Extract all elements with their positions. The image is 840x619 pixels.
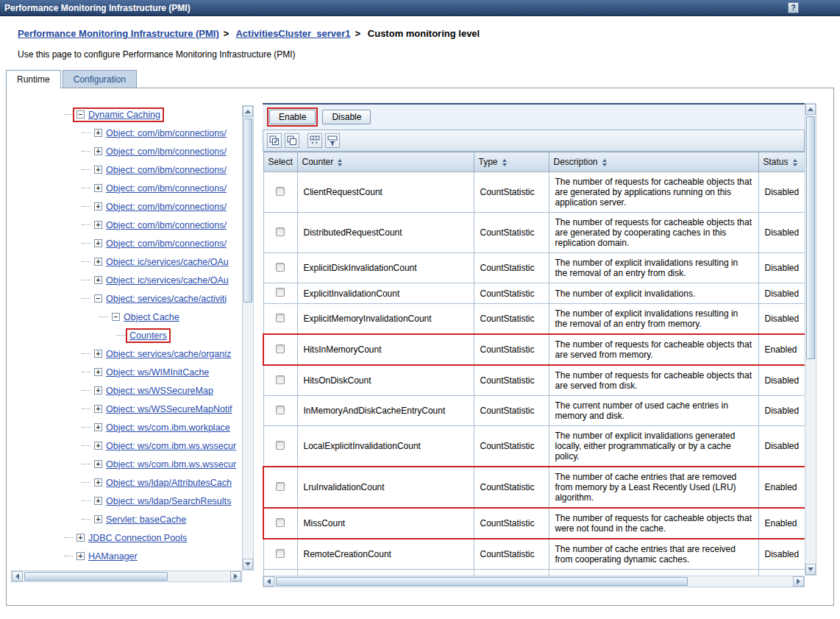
tree-expander-icon[interactable] bbox=[94, 294, 102, 303]
scroll-right-button[interactable] bbox=[230, 571, 241, 581]
breadcrumb-link[interactable]: Custom monitoring level bbox=[368, 28, 480, 39]
tree-expander-icon[interactable] bbox=[76, 534, 85, 542]
tree-expander-icon[interactable] bbox=[94, 166, 102, 174]
scroll-right-button[interactable] bbox=[793, 576, 804, 587]
tree-item-link[interactable]: JDBC Connection Pools bbox=[88, 533, 187, 543]
sort-icon[interactable] bbox=[502, 159, 507, 166]
tree-expander-icon[interactable] bbox=[94, 129, 102, 137]
tree-expander-icon[interactable] bbox=[94, 239, 102, 247]
column-header[interactable]: Description bbox=[549, 152, 758, 172]
tree-item-link[interactable]: HAManager bbox=[88, 551, 138, 562]
row-checkbox[interactable] bbox=[276, 227, 285, 236]
row-checkbox[interactable] bbox=[276, 263, 285, 272]
tab[interactable]: Configuration bbox=[63, 70, 137, 88]
tree-item-link[interactable]: Object: com/ibm/connections/ bbox=[106, 128, 227, 138]
tree-item-link[interactable]: Counters bbox=[129, 330, 167, 341]
tree-item-link[interactable]: Object: ws/com.ibm.ws.wssecur bbox=[106, 459, 236, 470]
scrollbar-thumb[interactable] bbox=[243, 119, 252, 303]
tree-item-link[interactable]: Object: com/ibm/connections/ bbox=[106, 183, 227, 194]
tree-expander-icon[interactable] bbox=[94, 202, 102, 211]
tree-expander-icon[interactable] bbox=[94, 423, 102, 431]
column-header[interactable]: Status bbox=[758, 152, 805, 172]
scroll-up-button[interactable] bbox=[243, 106, 253, 117]
tree-item-link[interactable]: Object: services/cache/activiti bbox=[106, 294, 227, 304]
scrollbar-thumb[interactable] bbox=[24, 572, 168, 581]
tree-item-link[interactable]: Object: ws/com.ibm.ws.wssecur bbox=[106, 441, 236, 451]
tree-item-link[interactable]: Dynamic Caching bbox=[88, 110, 160, 120]
scroll-down-button[interactable] bbox=[805, 564, 816, 575]
sort-icon[interactable] bbox=[338, 159, 342, 166]
enable-button[interactable]: Enable bbox=[269, 110, 316, 124]
scroll-down-button[interactable] bbox=[243, 559, 253, 570]
row-checkbox[interactable] bbox=[276, 375, 285, 384]
scroll-left-button[interactable] bbox=[263, 576, 274, 587]
counter-row: ExplicitDiskInvalidationCount CountStati… bbox=[263, 253, 805, 283]
tree-expander-icon[interactable] bbox=[94, 405, 102, 413]
tree-item-link[interactable]: Object: ic/services/cache/OAu bbox=[106, 257, 229, 267]
row-checkbox[interactable] bbox=[276, 344, 285, 353]
tree-item-link[interactable]: Object: services/cache/organiz bbox=[106, 349, 231, 359]
tree-expander-icon[interactable] bbox=[94, 184, 102, 192]
tree-item-link[interactable]: Object: ws/com.ibm.workplace bbox=[106, 422, 230, 433]
tree-item-link[interactable]: Object: ws/WIMInitCache bbox=[106, 367, 209, 378]
row-checkbox[interactable] bbox=[276, 549, 285, 558]
sort-icon[interactable] bbox=[602, 159, 607, 166]
row-checkbox[interactable] bbox=[276, 406, 285, 414]
column-header[interactable]: Counter bbox=[297, 152, 474, 172]
tree-item-link[interactable]: Object: ic/services/cache/OAu bbox=[106, 275, 229, 286]
table-vertical-scrollbar[interactable] bbox=[805, 103, 816, 576]
tree-item-link[interactable]: Object: ws/WSSecureMap bbox=[106, 386, 213, 396]
row-checkbox[interactable] bbox=[276, 187, 285, 196]
tree-expander-icon[interactable] bbox=[94, 386, 102, 395]
tree-expander-icon[interactable] bbox=[94, 368, 102, 376]
sort-icon[interactable] bbox=[793, 159, 797, 166]
tree-expander-icon[interactable] bbox=[94, 442, 102, 450]
deselect-all-icon[interactable] bbox=[285, 133, 299, 148]
tree-expander-icon[interactable] bbox=[94, 497, 102, 505]
tree-item-link[interactable]: Object: com/ibm/connections/ bbox=[106, 165, 227, 175]
row-checkbox[interactable] bbox=[276, 288, 285, 297]
tree-expander-icon[interactable] bbox=[94, 350, 102, 358]
disable-button[interactable]: Disable bbox=[322, 110, 371, 124]
tree-item-link[interactable]: Object: ws/ldap/SearchResults bbox=[106, 496, 231, 506]
arrow-down-icon bbox=[245, 562, 251, 566]
select-all-icon[interactable] bbox=[267, 133, 282, 148]
scroll-up-button[interactable] bbox=[805, 104, 816, 115]
tree-item-link[interactable]: Servlet: baseCache bbox=[106, 514, 186, 525]
tree-expander-icon[interactable] bbox=[76, 552, 85, 560]
row-checkbox[interactable] bbox=[276, 314, 285, 322]
row-checkbox[interactable] bbox=[276, 482, 285, 491]
tree-expander-icon[interactable] bbox=[94, 147, 102, 155]
tree-item-link[interactable]: Object: com/ibm/connections/ bbox=[106, 238, 227, 249]
tree-expander-icon[interactable] bbox=[94, 478, 102, 487]
tree-item-link[interactable]: Object: com/ibm/connections/ bbox=[106, 202, 227, 212]
tree-vertical-scrollbar[interactable] bbox=[242, 105, 254, 570]
table-horizontal-scrollbar[interactable] bbox=[263, 576, 805, 587]
scrollbar-thumb[interactable] bbox=[806, 116, 815, 359]
help-icon[interactable]: ? bbox=[788, 2, 799, 13]
column-header[interactable]: Select bbox=[263, 152, 297, 172]
show-filter-icon[interactable] bbox=[307, 133, 322, 148]
tree-expander-icon[interactable] bbox=[94, 460, 102, 468]
tree-expander-icon[interactable] bbox=[94, 258, 102, 266]
tree-item-link[interactable]: Object Cache bbox=[124, 312, 179, 322]
column-header[interactable]: Type bbox=[474, 152, 549, 172]
scroll-left-button[interactable] bbox=[12, 571, 23, 581]
tree-item-link[interactable]: Object: ws/ldap/AttributesCach bbox=[106, 478, 232, 488]
row-checkbox[interactable] bbox=[276, 518, 285, 527]
tree-expander-icon[interactable] bbox=[94, 276, 102, 284]
tree-expander-icon[interactable] bbox=[112, 313, 120, 321]
tree-item-link[interactable]: Object: com/ibm/connections/ bbox=[106, 220, 227, 230]
clear-filter-icon[interactable] bbox=[325, 133, 340, 148]
tree-expander-icon[interactable] bbox=[76, 110, 85, 119]
tree-item-link[interactable]: Object: ws/WSSecureMapNotif bbox=[106, 404, 232, 414]
tree-item-link[interactable]: Object: com/ibm/connections/ bbox=[106, 146, 227, 157]
breadcrumb-link[interactable]: Performance Monitoring Infrastructure (P… bbox=[18, 28, 219, 39]
row-checkbox[interactable] bbox=[276, 441, 285, 450]
tree-expander-icon[interactable] bbox=[94, 221, 102, 229]
tree-horizontal-scrollbar[interactable] bbox=[11, 570, 242, 582]
tab[interactable]: Runtime bbox=[6, 70, 61, 88]
tree-expander-icon[interactable] bbox=[94, 515, 102, 523]
breadcrumb-link[interactable]: ActivitiesCluster_server1 bbox=[235, 28, 350, 39]
scrollbar-thumb[interactable] bbox=[276, 577, 688, 586]
